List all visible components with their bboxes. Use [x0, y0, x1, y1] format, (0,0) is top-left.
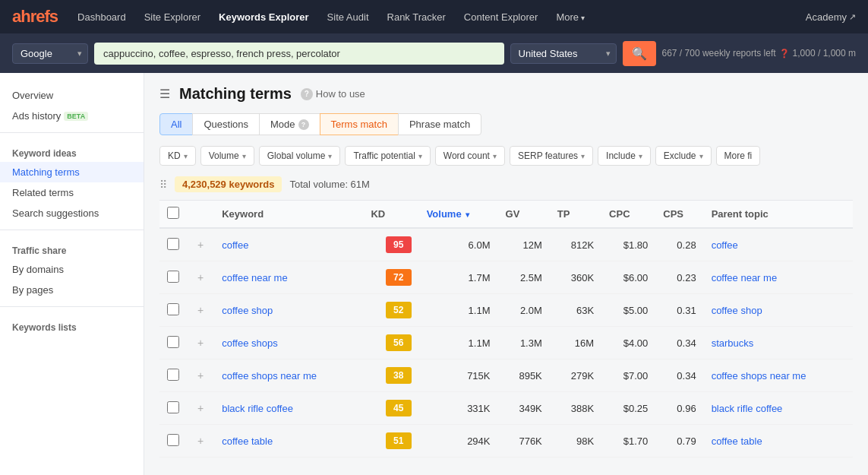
- search-engine-select[interactable]: Google Bing: [12, 43, 88, 64]
- sidebar-section-keyword-ideas: Keyword ideas: [0, 139, 144, 162]
- row-cps: 0.96: [655, 392, 703, 425]
- row-gv: 776K: [498, 425, 550, 458]
- beta-badge: BETA: [64, 112, 88, 121]
- nav-site-audit[interactable]: Site Audit: [320, 8, 377, 26]
- weekly-reports: 667 / 700 weekly reports left: [662, 48, 776, 59]
- keyword-link[interactable]: coffee: [222, 239, 248, 251]
- table-row: + coffee 95 6.0M 12M 812K $1.80 0.28 cof…: [159, 228, 853, 261]
- filter-more[interactable]: More fi: [716, 146, 761, 166]
- add-keyword-button[interactable]: +: [194, 435, 207, 447]
- how-to-use-link[interactable]: ? How to use: [301, 88, 365, 100]
- row-checkbox[interactable]: [167, 434, 179, 446]
- parent-topic-link[interactable]: starbucks: [712, 337, 754, 349]
- nav-more[interactable]: More: [548, 8, 592, 26]
- add-keyword-button[interactable]: +: [194, 369, 207, 382]
- keyword-link[interactable]: coffee table: [222, 435, 273, 447]
- row-parent-topic: black rifle coffee: [704, 392, 853, 425]
- row-parent-topic: coffee: [704, 228, 853, 261]
- add-keyword-button[interactable]: +: [194, 337, 207, 349]
- tab-phrase-match[interactable]: Phrase match: [398, 113, 481, 135]
- parent-topic-link[interactable]: coffee shop: [712, 305, 762, 316]
- drag-handle-icon[interactable]: ⠿: [159, 179, 167, 191]
- row-parent-topic: starbucks: [704, 327, 853, 359]
- row-checkbox[interactable]: [167, 238, 179, 250]
- nav-keywords-explorer[interactable]: Keywords Explorer: [211, 8, 317, 26]
- filter-exclude[interactable]: Exclude ▾: [655, 146, 712, 166]
- help-circle-icon: ?: [301, 88, 313, 100]
- row-kd: 56: [363, 327, 418, 359]
- search-input[interactable]: [94, 43, 504, 65]
- nav-site-explorer[interactable]: Site Explorer: [137, 8, 208, 26]
- tab-terms-match[interactable]: Terms match: [320, 113, 399, 135]
- sidebar-item-overview[interactable]: Overview: [0, 85, 144, 106]
- keyword-link[interactable]: black rifle coffee: [222, 403, 293, 414]
- sidebar-item-ads-history[interactable]: Ads history BETA: [0, 106, 144, 126]
- row-checkbox[interactable]: [167, 401, 179, 413]
- row-volume: 6.0M: [419, 228, 498, 261]
- th-gv[interactable]: GV: [498, 201, 550, 229]
- tab-all[interactable]: All: [159, 113, 193, 135]
- reports-help-icon[interactable]: ❓: [779, 49, 790, 59]
- th-select-all[interactable]: [159, 201, 187, 229]
- filter-global-volume[interactable]: Global volume ▾: [259, 146, 341, 166]
- tab-mode[interactable]: Mode ?: [259, 113, 320, 135]
- row-kd: 72: [363, 261, 418, 294]
- th-volume[interactable]: Volume ▾: [419, 201, 498, 229]
- sidebar-item-search-suggestions[interactable]: Search suggestions: [0, 203, 144, 223]
- parent-topic-link[interactable]: coffee near me: [712, 272, 777, 283]
- row-cpc: $1.70: [601, 425, 655, 458]
- filter-word-count[interactable]: Word count ▾: [435, 146, 505, 166]
- add-keyword-button[interactable]: +: [194, 304, 207, 316]
- filter-volume[interactable]: Volume ▾: [200, 146, 254, 166]
- row-checkbox[interactable]: [167, 271, 179, 283]
- parent-topic-link[interactable]: coffee: [712, 239, 738, 251]
- sidebar-item-by-domains[interactable]: By domains: [0, 259, 144, 280]
- row-tp: 63K: [550, 294, 601, 327]
- nav-dashboard[interactable]: Dashboard: [70, 8, 134, 26]
- parent-topic-link[interactable]: black rifle coffee: [712, 403, 783, 414]
- sidebar-item-matching-terms[interactable]: Matching terms: [0, 162, 144, 182]
- add-keyword-button[interactable]: +: [194, 271, 207, 283]
- search-button[interactable]: 🔍: [623, 41, 656, 66]
- select-all-checkbox[interactable]: [167, 207, 179, 219]
- th-cps[interactable]: CPS: [655, 201, 703, 229]
- add-keyword-button[interactable]: +: [194, 402, 207, 414]
- row-cpc: $0.25: [601, 392, 655, 425]
- filter-traffic-potential[interactable]: Traffic potential ▾: [345, 146, 430, 166]
- nav-academy[interactable]: Academy: [806, 11, 856, 23]
- row-checkbox[interactable]: [167, 369, 179, 381]
- th-parent-topic[interactable]: Parent topic: [704, 201, 853, 229]
- nav-rank-tracker[interactable]: Rank Tracker: [380, 8, 453, 26]
- filter-serp-features[interactable]: SERP features ▾: [510, 146, 593, 166]
- sidebar-item-by-pages[interactable]: By pages: [0, 280, 144, 300]
- logo[interactable]: ahrefs: [12, 7, 58, 27]
- location-select[interactable]: United States United Kingdom Canada: [510, 43, 617, 64]
- row-gv: 895K: [498, 359, 550, 392]
- keyword-link[interactable]: coffee shop: [222, 305, 273, 316]
- th-cpc[interactable]: CPC: [601, 201, 655, 229]
- keywords-table: Keyword KD Volume ▾ GV TP: [159, 200, 853, 458]
- sidebar-item-related-terms[interactable]: Related terms: [0, 182, 144, 203]
- filter-include[interactable]: Include ▾: [598, 146, 651, 166]
- keyword-link[interactable]: coffee near me: [222, 272, 287, 283]
- th-tp[interactable]: TP: [550, 201, 601, 229]
- add-keyword-button[interactable]: +: [194, 239, 207, 251]
- parent-topic-link[interactable]: coffee shops near me: [712, 370, 806, 382]
- row-add-cell: +: [187, 359, 214, 392]
- chevron-down-icon: ▾: [242, 152, 246, 160]
- nav-content-explorer[interactable]: Content Explorer: [456, 8, 546, 26]
- hamburger-icon[interactable]: ☰: [159, 87, 170, 101]
- chevron-down-icon: ▾: [699, 152, 703, 160]
- filter-kd[interactable]: KD ▾: [159, 146, 196, 166]
- th-keyword[interactable]: Keyword: [214, 201, 363, 229]
- row-checkbox[interactable]: [167, 336, 179, 348]
- row-checkbox[interactable]: [167, 303, 179, 315]
- parent-topic-link[interactable]: coffee table: [712, 435, 762, 447]
- th-kd[interactable]: KD: [363, 201, 418, 229]
- row-kd: 95: [363, 228, 418, 261]
- tab-questions[interactable]: Questions: [192, 113, 260, 135]
- row-gv: 12M: [498, 228, 550, 261]
- keyword-link[interactable]: coffee shops near me: [222, 370, 317, 382]
- row-gv: 1.3M: [498, 327, 550, 359]
- keyword-link[interactable]: coffee shops: [222, 337, 277, 349]
